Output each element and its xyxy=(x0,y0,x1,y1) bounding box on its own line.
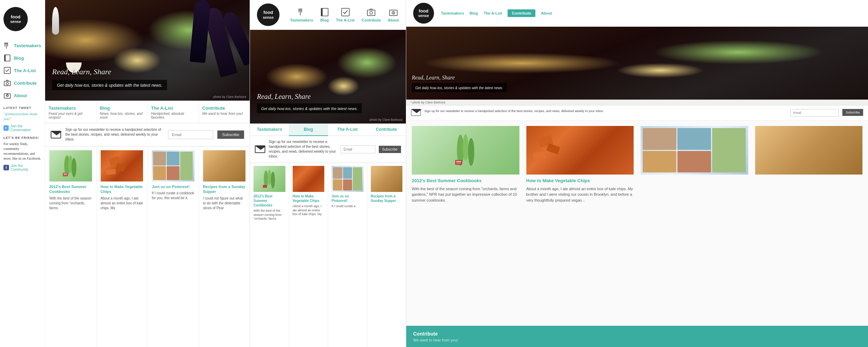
article-title-supper: Recipes from a Sunday Supper xyxy=(203,184,246,194)
sidebar-item-contribute[interactable]: Contribute xyxy=(3,79,41,87)
panel-2: food sense Tastemakers xyxy=(250,0,406,347)
camera-icon xyxy=(3,79,11,87)
article-card-supper[interactable]: Recipes from a Sunday Supper I could not… xyxy=(199,147,250,347)
top-book-icon xyxy=(320,8,329,17)
tab-tastemakers-sub: Feast your eyes & get recipes! xyxy=(49,112,93,119)
sidebar-item-tastemakers[interactable]: Tastemakers xyxy=(3,42,41,49)
tab-alist-sub: Handpicked, absolute favorites xyxy=(151,112,195,119)
article2-title-supper: Recipes from a Sunday Supper xyxy=(371,194,403,203)
top-nav3-about[interactable]: About xyxy=(541,11,552,15)
tab2-tastemakers[interactable]: Tastemakers xyxy=(250,124,289,136)
tab-contribute-sub: We want to hear from you! xyxy=(202,112,247,116)
hero-2-overlay: Read, Learn, Share Get daily how-tos, st… xyxy=(257,93,362,113)
subscribe-button-2[interactable]: Subscribe xyxy=(379,146,401,153)
svg-point-9 xyxy=(6,83,9,85)
article-card-chips[interactable]: How to Make Vegetable Chips About a mont… xyxy=(97,147,148,347)
article-excerpt-supper: I could not figure out what to do with t… xyxy=(203,196,246,211)
join-conversation-link[interactable]: ✦ Join the Conversation xyxy=(3,124,41,132)
tab2-contribute[interactable]: Contribute xyxy=(367,124,406,136)
top-logo[interactable]: food sense xyxy=(257,3,279,26)
logo-text-2: food sense xyxy=(263,10,274,20)
tab2-blog[interactable]: Blog xyxy=(289,124,328,136)
article2-card-supper[interactable]: Recipes from a Sunday Supper xyxy=(367,163,406,347)
thumb3-bg-chips xyxy=(526,126,634,175)
article-title-pinterest: Join us on Pinterest! xyxy=(152,184,194,189)
article-excerpt-chips: About a month ago, I ate almost an entir… xyxy=(101,196,143,211)
article-thumb-supper xyxy=(203,150,246,181)
article3-excerpt-chips: About a month ago, I ate almost an entir… xyxy=(526,186,634,203)
top-logo-3[interactable]: food sense xyxy=(413,3,434,24)
tab-alist[interactable]: The A-List Handpicked, absolute favorite… xyxy=(148,101,199,123)
email-input-2[interactable] xyxy=(341,145,375,153)
thumb2-bg-chips xyxy=(293,166,325,192)
article3-col-cookbooks[interactable]: 2012's Best Summer Cookbooks With the be… xyxy=(412,126,519,320)
hero-2-credit: photo by Clare Barboza xyxy=(369,118,402,121)
newsletter-row-2: Sign up for our newsletter to receive a … xyxy=(250,136,406,163)
latest-tweet-title: LATEST TWEET xyxy=(3,106,41,110)
top-nav-blog[interactable]: Blog xyxy=(320,8,329,22)
tab-contribute-title: Contribute xyxy=(202,105,247,111)
subscribe-button-3[interactable]: Subscribe xyxy=(842,109,863,116)
article-card-cookbooks[interactable]: 2012's Best Summer Cookbooks With the be… xyxy=(45,147,97,347)
panel-1: food sense Tastemakers xyxy=(0,0,250,347)
top-nav3-tastemakers[interactable]: Tastemakers xyxy=(441,11,464,15)
hero-3-overlay: Read, Learn, Share Get daily how-tos, st… xyxy=(412,75,507,92)
top-nav3-blog[interactable]: Blog xyxy=(469,11,478,15)
pinterest2-tile-5 xyxy=(343,179,352,191)
top-nav-about-label: About xyxy=(388,18,399,22)
pinterest3-tile-2 xyxy=(677,128,711,150)
article3-excerpt-cookbooks: With the best of the season coming from … xyxy=(412,186,519,203)
svg-point-34 xyxy=(271,172,275,188)
top-nav-contribute[interactable]: Contribute xyxy=(361,8,381,22)
svg-point-33 xyxy=(268,170,271,185)
spoon-decoration xyxy=(52,7,59,35)
thumb-bg-pinterest xyxy=(152,150,194,181)
top-nav-tastemakers[interactable]: Tastemakers xyxy=(290,8,313,22)
svg-point-38 xyxy=(468,138,474,166)
hero-2: Read, Learn, Share Get daily how-tos, st… xyxy=(250,30,406,124)
article2-title-cookbooks: 2012's Best Summer Cookbooks xyxy=(253,194,285,208)
sidebar-item-alist[interactable]: The A-List xyxy=(3,67,41,74)
top-nav-contribute-label: Contribute xyxy=(361,18,381,22)
friends-title: LET'S BE FRIENDS! xyxy=(3,136,41,139)
tab-tastemakers[interactable]: Tastemakers Feast your eyes & get recipe… xyxy=(45,101,97,123)
article-card-pinterest[interactable]: Join us on Pinterest! If I could curate … xyxy=(148,147,199,347)
checklist-icon xyxy=(3,67,11,74)
thumb3-bg-pinterest xyxy=(641,126,748,175)
top-fork-icon xyxy=(297,8,306,17)
email-input-3[interactable] xyxy=(790,109,839,117)
email-input[interactable] xyxy=(168,130,213,139)
thumb3-bg-cookbooks xyxy=(412,126,519,175)
tab-blog[interactable]: Blog News, how-tos, stories, and more xyxy=(97,101,148,123)
hero-3-subtitle: Get daily how-tos, stories & updates wit… xyxy=(415,86,503,90)
tab-blog-title: Blog xyxy=(100,105,144,111)
top-nav-alist[interactable]: The A-List xyxy=(336,8,354,22)
newsletter-row-3: Sign up for our newsletter to receive a … xyxy=(406,105,868,120)
article3-col-supper[interactable] xyxy=(755,126,863,320)
top-nav-about[interactable]: About xyxy=(388,8,399,22)
article2-card-chips[interactable]: How to Make Vegetable Chips About a mont… xyxy=(289,163,328,347)
article2-excerpt-pinterest: If I could curate a xyxy=(332,204,364,209)
sidebar-logo[interactable]: food sense xyxy=(3,7,28,31)
article3-title-chips: How to Make Vegetable Chips xyxy=(526,178,634,184)
sidebar-item-blog[interactable]: Blog xyxy=(3,54,41,62)
hero-3-tagline: Read, Learn, Share xyxy=(412,75,507,81)
pinterest3-tile-5 xyxy=(677,151,711,173)
subscribe-button[interactable]: Subscribe xyxy=(217,130,244,139)
article2-card-cookbooks[interactable]: 2012's Best Summer Cookbooks With the be… xyxy=(250,163,289,347)
sidebar-tastemakers-label: Tastemakers xyxy=(14,43,41,48)
article-title-chips: How to Make Vegetable Chips xyxy=(101,184,143,194)
tab2-alist[interactable]: The A-List xyxy=(328,124,367,136)
article3-col-pinterest[interactable] xyxy=(641,126,748,320)
article3-col-chips[interactable]: How to Make Vegetable Chips About a mont… xyxy=(526,126,634,320)
sidebar-item-about[interactable]: About xyxy=(3,92,41,99)
hero-image: Read, Learn, Share Get daily how-tos, st… xyxy=(45,0,250,101)
top-nav3-alist[interactable]: The A-List xyxy=(484,11,502,15)
article2-card-pinterest[interactable]: Join us on Pinterest! If I could curate … xyxy=(328,163,367,347)
top-nav3-contribute[interactable]: Contribute xyxy=(508,9,535,17)
pinterest3-tile-4 xyxy=(643,151,676,173)
article2-thumb-chips xyxy=(293,166,325,192)
join-community-link[interactable]: f Join the Community xyxy=(3,164,41,171)
tab-contribute[interactable]: Contribute We want to hear from you! xyxy=(199,101,250,123)
tweet-text: "@shinytoyrobots thank you!" xyxy=(3,112,41,121)
